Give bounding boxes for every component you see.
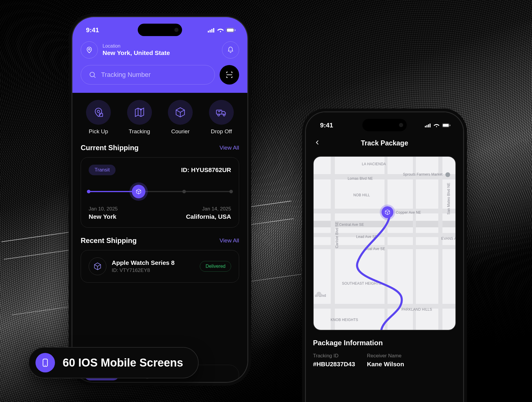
svg-rect-19 [426,125,428,127]
package-info-title: Package Information [313,339,456,347]
svg-rect-0 [208,31,209,33]
status-badge: Transit [89,165,116,175]
svg-rect-20 [428,124,429,128]
recent-view-all-link[interactable]: View All [220,237,239,244]
delivered-badge: Delivered [200,261,231,272]
recent-item-name: Apple Watch Series 8 [112,259,175,266]
route-path [314,157,455,330]
banner-text: 60 IOS Mobile Screens [63,356,183,369]
category-pickup[interactable]: Pick Up [81,100,116,135]
receiver-name-label: Receiver Name [367,353,404,359]
shipment-id: ID: HYUS8762UR [181,166,231,174]
progress-thumb-icon [132,185,145,198]
search-icon [89,71,96,79]
svg-point-11 [140,108,142,110]
promo-banner: 60 IOS Mobile Screens [28,347,199,378]
svg-rect-2 [211,29,213,33]
page-title: Track Package [361,139,408,147]
category-label: Tracking [129,128,150,135]
map-pin-icon [134,107,145,118]
phone-mockup-home: 9:41 Location New York, United State [72,17,247,382]
to-city: California, USA [186,213,231,220]
battery-icon [226,28,236,33]
dynamic-island [362,119,407,131]
notifications-button[interactable] [222,41,239,59]
current-shipment-card[interactable]: Transit ID: HYUS8762UR Jan 10, 2025 New … [81,157,239,228]
status-icons [208,28,236,33]
wifi-icon [217,28,224,33]
tracking-search-input[interactable]: Tracking Number [81,65,215,85]
pickup-icon [93,107,104,118]
scan-icon [225,71,233,79]
from-date: Jan 10, 2025 [89,206,118,212]
phone-mockup-track: 9:41 Track Package [306,112,463,402]
back-button[interactable] [314,139,321,147]
svg-rect-1 [210,30,211,33]
tracking-id-value: #HBU2837D43 [313,361,355,368]
svg-point-14 [223,114,225,116]
status-icons [425,123,451,127]
dynamic-island [138,24,182,36]
category-label: Drop Off [211,128,232,135]
svg-rect-21 [429,124,431,127]
category-label: Pick Up [89,128,108,135]
svg-point-9 [97,110,100,113]
category-label: Courier [171,128,189,135]
tracking-id-label: Tracking ID [313,353,355,359]
recent-shipment-card[interactable]: Apple Watch Series 8 ID: VTY7162EY8 Deli… [81,250,239,283]
recent-item-id: ID: VTY7162EY8 [112,268,175,273]
from-city: New York [89,213,118,220]
svg-rect-5 [227,29,234,32]
svg-rect-18 [425,126,426,127]
current-view-all-link[interactable]: View All [220,145,239,151]
svg-rect-3 [213,28,214,33]
svg-point-7 [88,48,90,50]
status-time: 9:41 [320,121,333,129]
tracking-map[interactable]: LA HACIENDA Lomas Blvd NE Sprouts Farmer… [313,156,456,330]
svg-point-8 [90,72,94,77]
location-icon-button[interactable] [81,41,98,59]
bell-icon [227,46,234,54]
package-icon [175,107,186,118]
cellular-icon [425,123,431,127]
search-placeholder: Tracking Number [101,71,151,79]
package-marker [382,206,393,218]
receiver-name-value: Kane Wilson [367,361,404,368]
battery-icon [442,123,451,127]
status-time: 9:41 [86,26,99,34]
current-shipping-title: Current Shipping [81,144,139,152]
cellular-icon [208,28,215,33]
location-value[interactable]: New York, United State [103,49,170,56]
svg-point-13 [218,114,220,116]
location-pin-icon [85,46,93,54]
to-date: Jan 14, 2025 [186,206,231,212]
svg-rect-23 [443,124,449,127]
truck-icon [215,107,227,118]
location-label: Location [103,43,170,49]
recent-shipping-title: Recent Shipping [81,236,137,245]
category-tracking[interactable]: Tracking [122,100,157,135]
scan-button[interactable] [220,65,239,85]
svg-rect-6 [235,29,236,31]
wifi-icon [434,123,439,127]
category-dropoff[interactable]: Drop Off [204,100,239,135]
phone-icon [35,353,55,372]
category-courier[interactable]: Courier [163,100,198,135]
chevron-left-icon [314,139,321,146]
package-icon [89,257,106,275]
svg-rect-24 [450,124,450,126]
shipment-progress [89,185,231,198]
